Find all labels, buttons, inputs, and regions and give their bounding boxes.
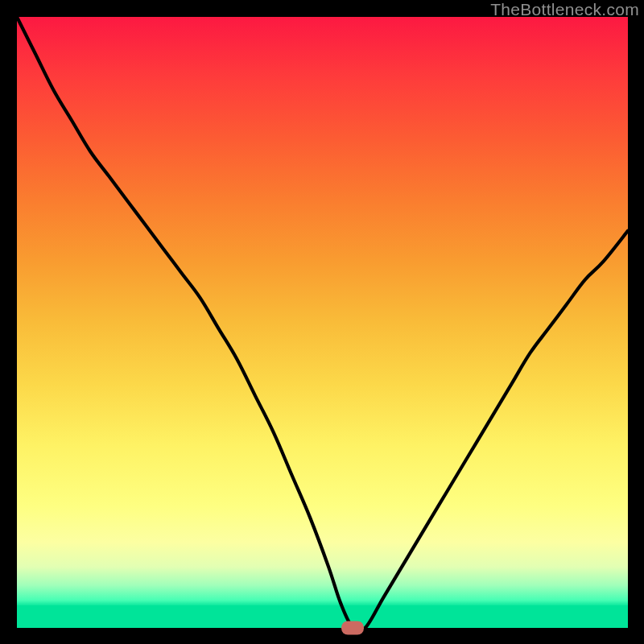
optimal-zone-band — [17, 605, 628, 628]
current-config-marker — [341, 621, 364, 635]
plot-area — [17, 17, 628, 628]
bottleneck-curve — [17, 17, 628, 628]
watermark-text: TheBottleneck.com — [490, 0, 639, 19]
bottleneck-chart: TheBottleneck.com — [0, 0, 644, 644]
